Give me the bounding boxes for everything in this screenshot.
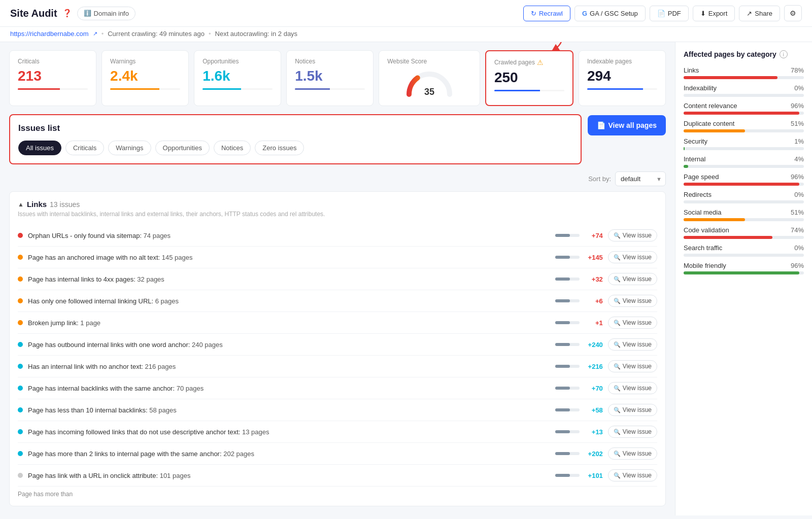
view-issue-button[interactable]: 🔍 View issue	[608, 447, 657, 460]
category-row: Code validation 74%	[684, 226, 804, 239]
view-issue-button[interactable]: 🔍 View issue	[608, 382, 657, 394]
issue-text: Orphan URLs - only found via sitemap: 74…	[28, 232, 550, 239]
view-issue-button[interactable]: 🔍 View issue	[608, 469, 657, 481]
view-issue-button[interactable]: 🔍 View issue	[608, 229, 657, 241]
view-issue-button[interactable]: 🔍 View issue	[608, 426, 657, 438]
pdf-button[interactable]: 📄 PDF	[650, 6, 689, 21]
filter-opportunities[interactable]: Opportunities	[155, 141, 210, 155]
export-icon: ⬇	[700, 10, 706, 17]
category-row: Content relevance 96%	[684, 102, 804, 115]
issue-count: +6	[583, 297, 603, 305]
issue-row: Broken jump link: 1 page +1 🔍 View issue	[18, 312, 657, 334]
info-circle-icon[interactable]: i	[780, 50, 788, 58]
search-icon: 🔍	[614, 341, 621, 348]
ga-gsc-button[interactable]: G GA / GSC Setup	[574, 6, 646, 21]
links-issues-count: 13 issues	[50, 200, 80, 209]
criticals-card: Criticals 213	[9, 50, 96, 106]
issue-mini-bar	[555, 452, 580, 455]
category-percent: 96%	[791, 262, 804, 269]
sort-select[interactable]: default	[615, 171, 666, 186]
issue-row: Page has incoming followed links that do…	[18, 421, 657, 443]
issue-count: +240	[583, 341, 603, 349]
view-all-pages-button[interactable]: 📄 View all pages	[588, 115, 666, 135]
settings-button[interactable]: ⚙	[784, 5, 802, 21]
issue-mini-bar	[555, 256, 580, 259]
crawled-bar	[494, 90, 564, 91]
page-more-notice: Page has more than	[18, 487, 657, 498]
criticals-value: 213	[18, 68, 88, 84]
header-left: Site Audit ❓ ℹ️ Domain info	[10, 7, 136, 20]
filter-criticals[interactable]: Criticals	[65, 141, 104, 155]
issue-severity-dot	[18, 320, 23, 325]
issue-severity-dot	[18, 276, 23, 282]
view-issue-button[interactable]: 🔍 View issue	[608, 273, 657, 285]
crawled-pages-label: Crawled pages	[494, 59, 535, 66]
filter-warnings[interactable]: Warnings	[108, 141, 151, 155]
sidebar: Affected pages by category i Links 78% I…	[675, 42, 812, 515]
website-score-value: 35	[424, 87, 434, 97]
issue-text: Broken jump link: 1 page	[28, 319, 550, 327]
category-bar	[684, 271, 804, 274]
issue-bar-area: +101	[555, 472, 603, 479]
issue-count: +13	[583, 428, 603, 436]
issues-list-title: Issues list	[18, 123, 572, 133]
issue-text: Page has an anchored image with no alt t…	[28, 254, 550, 261]
category-row: Internal 4%	[684, 155, 804, 168]
help-icon[interactable]: ❓	[62, 9, 72, 18]
category-percent: 96%	[791, 173, 804, 181]
criticals-bar	[18, 88, 88, 90]
category-bar	[684, 112, 804, 115]
category-percent: 0%	[794, 244, 804, 252]
view-issue-button[interactable]: 🔍 View issue	[608, 360, 657, 372]
issue-bar-area: +6	[555, 297, 603, 305]
search-icon: 🔍	[614, 472, 621, 479]
autocrawl-status: Next autocrawling: in 2 days	[215, 30, 298, 38]
issue-severity-dot	[18, 429, 23, 434]
search-icon: 🔍	[614, 407, 621, 413]
category-bar	[684, 147, 804, 150]
domain-info-button[interactable]: ℹ️ Domain info	[77, 7, 136, 20]
recrawl-button[interactable]: ↻ Recrawl	[523, 6, 570, 21]
crawling-status: Current crawling: 49 minutes ago	[108, 30, 205, 38]
notices-label: Notices	[295, 58, 365, 65]
category-percent: 0%	[794, 191, 804, 198]
view-issue-button[interactable]: 🔍 View issue	[608, 317, 657, 329]
category-percent: 4%	[794, 155, 804, 163]
filter-zero-issues[interactable]: Zero issues	[255, 141, 304, 155]
category-bar	[684, 129, 804, 132]
issue-text: Page has less than 10 internal backlinks…	[28, 406, 550, 414]
site-url[interactable]: https://richardbernabe.com	[10, 30, 89, 38]
issue-count: +1	[583, 319, 603, 327]
filter-notices[interactable]: Notices	[214, 141, 251, 155]
links-section-title: Links	[27, 200, 47, 209]
view-issue-button[interactable]: 🔍 View issue	[608, 338, 657, 351]
recrawl-icon: ↻	[531, 10, 536, 17]
issue-row: Page has internal backlinks with the sam…	[18, 377, 657, 399]
notices-card: Notices 1.5k	[286, 50, 374, 106]
category-bar	[684, 183, 804, 186]
export-button[interactable]: ⬇ Export	[693, 6, 735, 21]
share-button[interactable]: ↗ Share	[739, 6, 780, 21]
issue-severity-dot	[18, 298, 23, 303]
category-label: Redirects	[684, 191, 712, 198]
external-link-icon: ↗	[93, 30, 97, 37]
issue-bar-area: +216	[555, 363, 603, 370]
view-issue-button[interactable]: 🔍 View issue	[608, 251, 657, 263]
search-icon: 🔍	[614, 254, 621, 261]
category-row: Links 78%	[684, 66, 804, 79]
category-bar	[684, 94, 804, 97]
category-label: Mobile friendly	[684, 262, 726, 269]
category-bar	[684, 165, 804, 168]
issue-bar-area: +240	[555, 341, 603, 349]
view-issue-button[interactable]: 🔍 View issue	[608, 295, 657, 307]
filter-all-issues[interactable]: All issues	[18, 141, 61, 155]
collapse-icon[interactable]: ▲	[18, 201, 24, 208]
links-section: ▲ Links 13 issues Issues with internal b…	[9, 191, 666, 506]
separator-dot: •	[101, 30, 104, 38]
issue-row: Page has internal links to 4xx pages: 32…	[18, 268, 657, 290]
opportunities-label: Opportunities	[202, 58, 273, 65]
issue-row: Page has an anchored image with no alt t…	[18, 247, 657, 268]
issue-bar-area: +32	[555, 275, 603, 283]
view-issue-button[interactable]: 🔍 View issue	[608, 404, 657, 416]
category-bar	[684, 218, 804, 221]
